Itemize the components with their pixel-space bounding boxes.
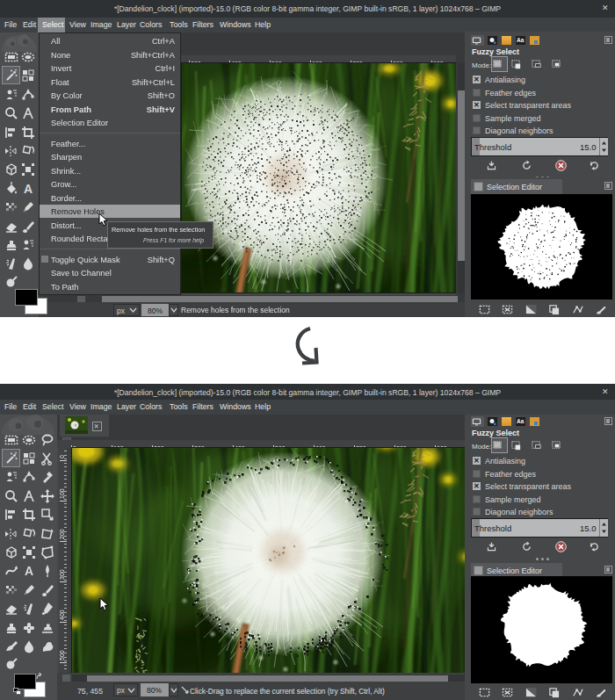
svg-text:A: A [25,564,33,578]
svg-text:400: 400 [59,610,65,620]
svg-text:500: 500 [59,650,65,660]
svg-text:300: 300 [59,569,65,580]
svg-text:0: 0 [59,455,65,458]
svg-text:200: 200 [59,529,65,539]
svg-text:100: 100 [59,488,65,499]
